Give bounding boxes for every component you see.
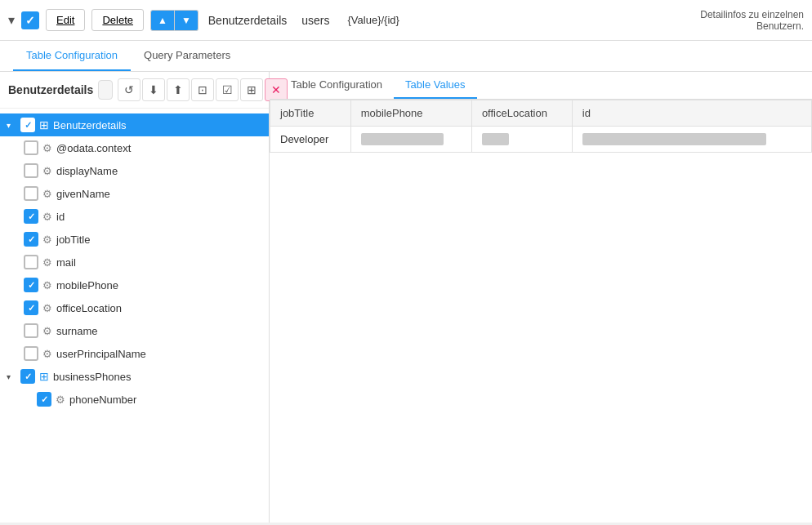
gear-icon: ⚙ — [42, 165, 52, 177]
displayname-label: displayName — [56, 165, 118, 177]
gear-icon: ⚙ — [42, 325, 52, 337]
tree-row-jobtitle[interactable]: ⚙ jobTitle — [0, 228, 269, 251]
grid-icon[interactable]: ⊡ — [191, 78, 214, 101]
table-grid-icon[interactable]: ⊞ — [240, 78, 263, 101]
gear-icon: ⚙ — [42, 302, 52, 314]
businessphones-label: businessPhones — [53, 371, 131, 383]
userprincipalname-checkbox[interactable] — [24, 346, 38, 361]
main-content: Benutzerdetails ── ────── ──── ──── ────… — [0, 72, 812, 523]
tree-root-row[interactable]: ▾ ⊞ Benutzerdetails — [0, 113, 269, 136]
tree-row-mail[interactable]: ⚙ mail — [0, 251, 269, 274]
right-tab-values[interactable]: Table Values — [394, 72, 476, 99]
givenname-checkbox[interactable] — [24, 186, 38, 201]
jobtitle-label: jobTitle — [56, 234, 90, 246]
gear-icon: ⚙ — [42, 279, 52, 291]
tree-row-businessphones[interactable]: ▾ ⊞ businessPhones — [0, 365, 269, 388]
displayname-checkbox[interactable] — [24, 163, 38, 178]
tab-query-parameters[interactable]: Query Parameters — [131, 41, 243, 71]
table-row: Developer +49 123 4567890 Berlin xxxxxxx… — [270, 127, 812, 153]
businessphones-checkbox[interactable] — [20, 369, 35, 384]
odata-checkbox[interactable] — [24, 140, 38, 155]
top-bar: ▾ Edit Delete ▲ ▼ Benutzerdetails users … — [0, 0, 812, 41]
data-table: jobTitle mobilePhone officeLocation id D… — [270, 100, 812, 153]
officelocation-checkbox[interactable] — [24, 300, 38, 315]
tree-row-userprincipalname[interactable]: ⚙ userPrincipalName — [0, 342, 269, 365]
table-name: users — [297, 14, 334, 27]
left-panel: Benutzerdetails ── ────── ──── ──── ────… — [0, 72, 270, 523]
gear-icon: ⚙ — [56, 394, 65, 406]
field-tree: ▾ ⊞ Benutzerdetails ⚙ @odata.context ⚙ d… — [0, 109, 269, 523]
check-grid-icon[interactable]: ☑ — [216, 78, 239, 101]
right-tab-config[interactable]: Table Configuration — [279, 72, 394, 99]
main-tabs: Table Configuration Query Parameters — [0, 41, 812, 72]
component-name: Benutzerdetails — [205, 14, 291, 27]
blurred-value: xxxxxxxx-xxxx-xxxx-xxxx-xxxxxxxxxxxx — [582, 133, 766, 145]
userprincipalname-label: userPrincipalName — [56, 348, 146, 360]
tree-row-mobilephone[interactable]: ⚙ mobilePhone — [0, 274, 269, 296]
move-down-button[interactable]: ▼ — [175, 10, 199, 31]
cell-mobilephone: +49 123 4567890 — [350, 127, 471, 153]
datasource-label: Benutzerdetails — [8, 83, 93, 96]
table-wrapper: jobTitle mobilePhone officeLocation id D… — [270, 100, 812, 523]
refresh-icon[interactable]: ↺ — [118, 78, 141, 101]
toolbar-icons: ↺ ⬇ ⬆ ⊡ ☑ ⊞ ✕ — [118, 78, 288, 101]
top-checkbox[interactable] — [21, 11, 39, 29]
mobilephone-label: mobilePhone — [56, 279, 118, 291]
col-header-mobilephone: mobilePhone — [350, 100, 471, 127]
cell-id: xxxxxxxx-xxxx-xxxx-xxxx-xxxxxxxxxxxx — [572, 127, 811, 153]
id-label: id — [56, 211, 65, 223]
root-checkbox[interactable] — [20, 118, 35, 132]
tree-row-surname[interactable]: ⚙ surname — [0, 319, 269, 342]
path-label: {Value}/{id} — [341, 14, 406, 26]
tree-row-officelocation[interactable]: ⚙ officeLocation — [0, 296, 269, 319]
cell-officelocation: Berlin — [471, 127, 572, 153]
jobtitle-checkbox[interactable] — [24, 232, 38, 247]
right-tabs: Table Configuration Table Values — [270, 72, 812, 100]
col-header-id: id — [572, 100, 811, 127]
root-label: Benutzerdetails — [53, 119, 127, 131]
blurred-value: +49 123 4567890 — [361, 133, 444, 145]
datasource-bar: Benutzerdetails ── ────── ──── ──── ────… — [0, 72, 269, 109]
mail-checkbox[interactable] — [24, 255, 38, 269]
businessphones-chevron-icon: ▾ — [7, 372, 16, 381]
tree-row-odata[interactable]: ⚙ @odata.context — [0, 136, 269, 159]
mobilephone-checkbox[interactable] — [24, 278, 38, 292]
givenname-label: givenName — [56, 188, 110, 200]
tree-row-displayname[interactable]: ⚙ displayName — [0, 159, 269, 182]
tree-row-id[interactable]: ⚙ id — [0, 205, 269, 228]
businessphones-table-icon: ⊞ — [39, 370, 49, 383]
table-header-row: jobTitle mobilePhone officeLocation id — [270, 100, 812, 127]
datasource-input[interactable]: ── ────── ──── ──── ──── ────────── ▾ — [98, 80, 113, 100]
upload-icon[interactable]: ⬆ — [167, 78, 190, 101]
move-up-button[interactable]: ▲ — [150, 10, 175, 31]
gear-icon: ⚙ — [42, 256, 52, 269]
gear-icon: ⚙ — [42, 211, 52, 223]
collapse-chevron[interactable]: ▾ — [8, 12, 15, 28]
officelocation-label: officeLocation — [56, 302, 122, 314]
tab-table-configuration[interactable]: Table Configuration — [13, 41, 131, 71]
description-text: Detailinfos zu einzelnen Benutzern. — [689, 9, 804, 32]
right-panel: Table Configuration Table Values jobTitl… — [270, 72, 812, 523]
gear-icon: ⚙ — [42, 142, 52, 154]
col-header-officelocation: officeLocation — [471, 100, 572, 127]
tree-row-phonenumber[interactable]: ⚙ phoneNumber — [0, 388, 269, 411]
download-icon[interactable]: ⬇ — [142, 78, 165, 101]
gear-icon: ⚙ — [42, 188, 52, 200]
gear-icon: ⚙ — [42, 348, 52, 360]
move-buttons: ▲ ▼ — [150, 10, 199, 31]
id-checkbox[interactable] — [24, 209, 38, 224]
col-header-jobtitle: jobTitle — [270, 100, 351, 127]
root-chevron-icon: ▾ — [7, 121, 16, 130]
surname-checkbox[interactable] — [24, 323, 38, 338]
table-icon: ⊞ — [39, 118, 49, 131]
phonenumber-label: phoneNumber — [69, 394, 136, 406]
phonenumber-checkbox[interactable] — [37, 392, 51, 407]
gear-icon: ⚙ — [42, 234, 52, 246]
mail-label: mail — [56, 256, 76, 269]
edit-button[interactable]: Edit — [46, 9, 85, 31]
blurred-value: Berlin — [482, 133, 509, 145]
tree-row-givenname[interactable]: ⚙ givenName — [0, 182, 269, 205]
cell-jobtitle: Developer — [270, 127, 351, 153]
delete-button[interactable]: Delete — [91, 9, 144, 31]
odata-label: @odata.context — [56, 142, 131, 154]
